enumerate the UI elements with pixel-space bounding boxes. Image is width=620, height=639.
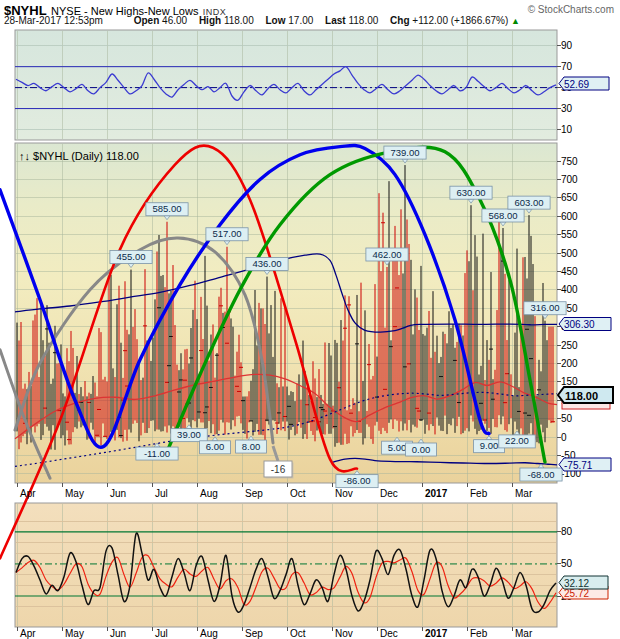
month-label: Jun xyxy=(110,628,126,639)
price-label-text: 630.00 xyxy=(456,187,485,198)
price-label-text: 316.00 xyxy=(530,302,559,313)
price-label-text: 9.00 xyxy=(480,440,499,451)
stockcharts-canvas: 7507006506005505004504003503002502001501… xyxy=(0,0,620,639)
callout-text: -16 xyxy=(271,464,286,475)
month-label: Dec xyxy=(380,628,398,639)
price-label-text: 5.00 xyxy=(388,442,407,453)
ytick-label: 80 xyxy=(561,526,573,537)
price-label-text: 455.00 xyxy=(116,251,145,262)
month-label: Jul xyxy=(155,628,168,639)
ytick-label: 90 xyxy=(561,40,573,51)
svg-text:306.30: 306.30 xyxy=(564,319,595,330)
ytick-label: 550 xyxy=(561,229,578,240)
chart-header: $NYHL NYSE - New Highs-New Lows INDX © S… xyxy=(0,0,620,28)
ytick-label: 700 xyxy=(561,174,578,185)
lower-channel-box: -75.71 xyxy=(559,458,611,471)
month-label: Feb xyxy=(470,488,488,499)
ytick-label: 500 xyxy=(561,248,578,259)
month-label: Mar xyxy=(515,628,533,639)
price-label-text: 0.00 xyxy=(412,444,431,455)
stoch-k-box: 32.12 xyxy=(559,576,608,589)
month-label: Dec xyxy=(380,488,398,499)
svg-text:32.12: 32.12 xyxy=(564,578,589,589)
chg-label: Chg xyxy=(390,15,409,26)
ytick-label: 750 xyxy=(561,156,578,167)
month-label: Oct xyxy=(290,628,306,639)
ytick-label: 650 xyxy=(561,192,578,203)
price-label-text: 436.00 xyxy=(252,258,281,269)
month-label: Nov xyxy=(335,628,353,639)
month-label: 2017 xyxy=(425,628,448,639)
month-label: May xyxy=(65,488,84,499)
ytick-label: 10 xyxy=(561,124,573,135)
price-label-text: 6.00 xyxy=(206,441,225,452)
price-label-text: 39.00 xyxy=(177,429,201,440)
month-label: 2017 xyxy=(425,488,448,499)
chg-value: +112.00 (+1866.67%) xyxy=(412,15,508,26)
low-label: Low xyxy=(266,15,286,26)
price-label-text: 739.00 xyxy=(390,147,419,158)
price-label-text: 585.00 xyxy=(152,203,181,214)
month-label: Jun xyxy=(110,488,126,499)
ytick-label: 400 xyxy=(561,284,578,295)
month-label: Sep xyxy=(245,488,263,499)
ytick-label: 0 xyxy=(561,432,567,443)
ytick-label: 150 xyxy=(561,376,578,387)
copyright-link[interactable]: © StockCharts.com xyxy=(528,4,614,15)
last-value: 118.00 xyxy=(348,15,378,26)
svg-text:52.69: 52.69 xyxy=(564,79,589,90)
price-label-text: 517.00 xyxy=(212,228,241,239)
last-label: Last xyxy=(325,15,346,26)
top-panel xyxy=(15,30,557,140)
quote-row: 28-Mar-2017 12:53pm Open 46.00 High 118.… xyxy=(4,15,616,26)
quote-datetime: 28-Mar-2017 12:53pm xyxy=(4,15,103,26)
upper-channel-box: 306.30 xyxy=(559,318,611,331)
ytick-label: 250 xyxy=(561,340,578,351)
price-label-text: 603.00 xyxy=(514,197,543,208)
price-label-text: -11.00 xyxy=(144,448,170,459)
up-arrow-icon: ▲ xyxy=(511,16,520,26)
month-label: Sep xyxy=(245,628,263,639)
month-label: May xyxy=(65,628,84,639)
month-label: Apr xyxy=(20,488,36,499)
rsi-last-box: 52.69 xyxy=(559,77,609,90)
svg-text:-75.71: -75.71 xyxy=(564,460,593,471)
open-value: 46.00 xyxy=(162,15,187,26)
last-price-box: 118.00 xyxy=(558,387,613,403)
ytick-label: 450 xyxy=(561,266,578,277)
high-value: 118.00 xyxy=(224,15,254,26)
main-chart-label: ↑↓ $NYHL (Daily) 118.00 xyxy=(19,150,139,162)
ytick-label: 50 xyxy=(561,413,573,424)
price-label-text: 568.00 xyxy=(488,210,517,221)
price-label-text: 22.00 xyxy=(505,435,529,446)
month-label: Aug xyxy=(200,488,218,499)
high-label: High xyxy=(199,15,221,26)
ytick-label: 50 xyxy=(561,558,573,569)
open-label: Open xyxy=(134,15,160,26)
price-label-text: -86.00 xyxy=(344,475,371,486)
month-label: Feb xyxy=(470,628,488,639)
price-label-text: -68.00 xyxy=(528,469,555,480)
ytick-label: 30 xyxy=(561,103,573,114)
month-label: Nov xyxy=(335,488,353,499)
month-label: Oct xyxy=(290,488,306,499)
price-label-text: 8.00 xyxy=(242,441,261,452)
svg-text:118.00: 118.00 xyxy=(565,390,598,402)
month-label: Aug xyxy=(200,628,218,639)
ytick-label: 600 xyxy=(561,211,578,222)
month-label: Mar xyxy=(515,488,533,499)
low-value: 17.00 xyxy=(288,15,313,26)
price-label-text: 462.00 xyxy=(372,249,401,260)
month-label: Apr xyxy=(20,628,36,639)
ytick-label: 200 xyxy=(561,358,578,369)
month-label: Jul xyxy=(155,488,168,499)
ytick-label: 70 xyxy=(561,61,573,72)
